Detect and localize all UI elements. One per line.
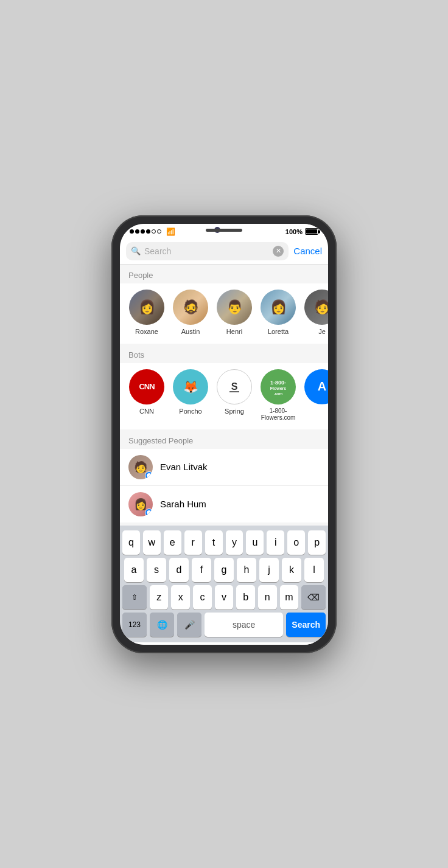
key-o[interactable]: o — [287, 530, 305, 555]
key-f[interactable]: f — [192, 558, 211, 582]
avatar-sarah: 👩 — [128, 492, 153, 516]
person-name-henri: Henri — [226, 328, 242, 335]
key-g[interactable]: g — [214, 558, 234, 582]
key-x[interactable]: x — [171, 585, 190, 609]
key-backspace[interactable]: ⌫ — [301, 585, 326, 609]
bot-name-flowers: 1-800- Flowers.com — [261, 408, 296, 421]
person-name-roxane: Roxane — [135, 328, 158, 335]
person-henri[interactable]: 👨 Henri — [216, 290, 253, 335]
svg-text:S: S — [231, 381, 238, 392]
messenger-badge-sarah — [145, 509, 153, 516]
key-space[interactable]: space — [205, 613, 283, 637]
flowers-svg: 1-800- Flowers .com — [266, 375, 290, 399]
key-y[interactable]: y — [226, 530, 243, 555]
key-search[interactable]: Search — [286, 613, 326, 637]
battery-icon — [305, 228, 318, 235]
suggested-name-evan: Evan Litvak — [160, 462, 208, 472]
cancel-button[interactable]: Cancel — [293, 246, 322, 256]
avatar-henri: 👨 — [217, 290, 252, 325]
bot-poncho[interactable]: 🦊 Poncho — [172, 369, 209, 421]
status-left: 📶 — [130, 227, 175, 236]
svg-text:.com: .com — [274, 392, 282, 395]
key-t[interactable]: t — [205, 530, 223, 555]
key-l[interactable]: l — [304, 558, 324, 582]
person-loretta[interactable]: 👩 Loretta — [260, 290, 296, 335]
key-mic[interactable]: 🎤 — [177, 613, 201, 637]
key-shift[interactable]: ⇧ — [122, 585, 147, 609]
poncho-logo: 🦊 — [173, 369, 208, 404]
key-b[interactable]: b — [236, 585, 255, 609]
person-name-austin: Austin — [181, 328, 200, 335]
key-v[interactable]: v — [215, 585, 234, 609]
person-roxane[interactable]: 👩 Roxane — [128, 290, 165, 335]
key-m[interactable]: m — [280, 585, 299, 609]
wifi-icon: 📶 — [166, 227, 175, 236]
key-c[interactable]: c — [193, 585, 212, 609]
bot-cnn[interactable]: CNN CNN — [128, 369, 165, 421]
key-e[interactable]: e — [164, 530, 181, 555]
signal-dot-3 — [141, 229, 145, 234]
bot-spring[interactable]: S Spring — [216, 369, 253, 421]
suggested-evan[interactable]: 🧑 Evan Litvak — [120, 449, 328, 486]
person-austin[interactable]: 🧔 Austin — [172, 290, 209, 335]
keyboard: q w e r t y u i o p a s d f g h j k — [120, 526, 328, 642]
person-name-je: Je — [318, 328, 326, 335]
battery-percent: 100% — [285, 228, 303, 235]
key-n[interactable]: n — [258, 585, 277, 609]
avatar-face-je: 🧑 — [304, 290, 328, 325]
key-123[interactable]: 123 — [122, 613, 147, 637]
bot-flowers[interactable]: 1-800- Flowers .com 1-800- Flowers.com — [260, 369, 296, 421]
key-p[interactable]: p — [308, 530, 326, 555]
phone-screen: 📶 100% 🔍 Search ✕ Cancel People — [120, 224, 328, 645]
avatar-face-roxane: 👩 — [129, 290, 164, 325]
key-h[interactable]: h — [237, 558, 256, 582]
spring-logo: S — [217, 369, 252, 404]
svg-text:1-800-: 1-800- — [270, 380, 286, 386]
key-r[interactable]: r — [184, 530, 202, 555]
avatar-face-henri: 👨 — [217, 290, 252, 325]
search-input-wrapper[interactable]: 🔍 Search ✕ — [126, 242, 289, 260]
suggested-section-title: Suggested People — [120, 430, 328, 449]
key-z[interactable]: z — [150, 585, 169, 609]
key-j[interactable]: j — [259, 558, 279, 582]
suggested-sarah[interactable]: 👩 Sarah Hum — [120, 486, 328, 523]
signal-dot-4 — [146, 229, 150, 234]
keyboard-row-2: a s d f g h j k l — [122, 558, 326, 582]
person-name-loretta: Loretta — [268, 328, 289, 335]
signal-dot-2 — [135, 229, 139, 234]
bots-section: Bots CNN CNN 🦊 Poncho S — [120, 344, 328, 429]
bot-name-cnn: CNN — [139, 408, 154, 415]
messenger-badge-evan — [145, 471, 153, 479]
key-emoji[interactable]: 🌐 — [150, 613, 174, 637]
svg-text:Flowers: Flowers — [270, 386, 287, 391]
person-je[interactable]: 🧑 Je — [304, 290, 328, 335]
key-w[interactable]: w — [143, 530, 161, 555]
phone-shell: 📶 100% 🔍 Search ✕ Cancel People — [111, 215, 337, 653]
avatar-face-loretta: 👩 — [261, 290, 296, 325]
bots-list: CNN CNN 🦊 Poncho S — [120, 363, 328, 429]
partial-logo: A — [304, 369, 328, 404]
search-placeholder: Search — [144, 246, 269, 256]
suggested-section: Suggested People 🧑 Evan Litvak 👩 — [120, 430, 328, 523]
search-bar-container: 🔍 Search ✕ Cancel — [120, 238, 328, 265]
keyboard-row-1: q w e r t y u i o p — [122, 530, 326, 555]
spring-svg: S — [227, 380, 242, 394]
status-right: 100% — [285, 228, 318, 235]
key-a[interactable]: a — [124, 558, 144, 582]
key-i[interactable]: i — [267, 530, 284, 555]
key-q[interactable]: q — [122, 530, 140, 555]
bot-partial[interactable]: A — [304, 369, 328, 421]
avatar-austin: 🧔 — [173, 290, 208, 325]
key-d[interactable]: d — [169, 558, 189, 582]
key-s[interactable]: s — [147, 558, 166, 582]
battery-fill — [306, 229, 317, 234]
key-k[interactable]: k — [282, 558, 301, 582]
clear-button[interactable]: ✕ — [273, 246, 284, 257]
signal-dot-1 — [130, 229, 134, 234]
bot-name-poncho: Poncho — [179, 408, 201, 415]
key-u[interactable]: u — [246, 530, 264, 555]
people-list: 👩 Roxane 🧔 Austin 👨 Henri — [120, 283, 328, 344]
keyboard-row-4: 123 🌐 🎤 space Search — [122, 613, 326, 637]
signal-dot-5 — [152, 229, 156, 234]
bottom-bar — [120, 642, 328, 645]
